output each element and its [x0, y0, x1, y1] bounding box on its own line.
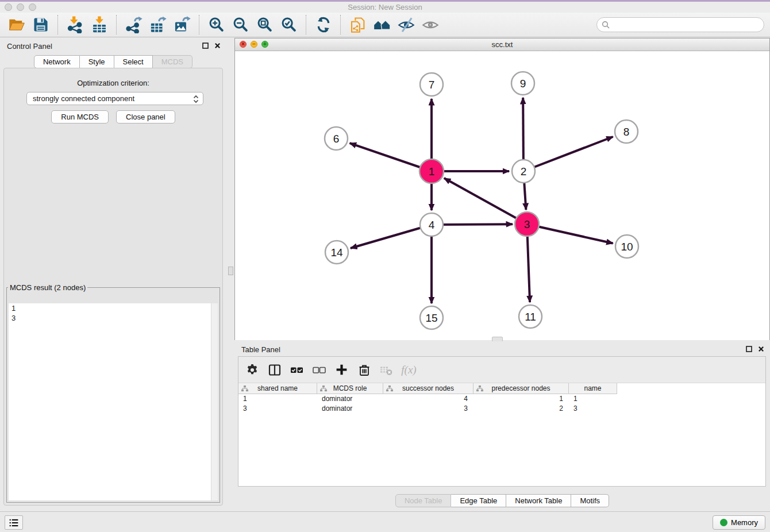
column-header-successor-nodes[interactable]: successor nodes: [383, 383, 473, 394]
result-scrollbar[interactable]: [211, 303, 218, 500]
cell-successor-nodes[interactable]: 3: [383, 404, 473, 414]
splitter-grip[interactable]: [228, 267, 233, 275]
cell-name[interactable]: 3: [569, 404, 617, 414]
zoom-out-button[interactable]: [230, 14, 251, 35]
network-canvas[interactable]: 1234678910111415: [235, 51, 769, 340]
graph-edge-3-1[interactable]: [444, 178, 527, 224]
attribute-tree-icon: [241, 385, 248, 392]
graph-node-3[interactable]: 3: [515, 212, 539, 236]
search-input[interactable]: [596, 17, 764, 32]
table-tab-node-table[interactable]: Node Table: [395, 494, 452, 507]
refresh-icon: [315, 16, 332, 33]
unchecked-boxes-icon: [312, 363, 326, 377]
zoom-selected-button[interactable]: [279, 14, 299, 35]
criterion-selected-value: strongly connected component: [33, 94, 134, 103]
task-history-button[interactable]: [5, 515, 23, 530]
split-panel-button[interactable]: [267, 362, 282, 377]
cell-shared-name[interactable]: 1: [238, 394, 317, 404]
float-table-panel-icon[interactable]: [746, 346, 752, 352]
add-column-button[interactable]: [334, 362, 349, 377]
houses-icon: [374, 16, 391, 33]
tab-network[interactable]: Network: [34, 55, 80, 68]
zoom-in-button[interactable]: [206, 14, 227, 35]
select-arrows-icon: [192, 95, 199, 103]
optimization-criterion-label: Optimization criterion:: [4, 79, 222, 87]
cell-predecessor-nodes[interactable]: 1: [473, 394, 569, 404]
graph-node-6[interactable]: 6: [325, 127, 348, 150]
table-row[interactable]: 3dominator323: [238, 404, 765, 414]
network-graph[interactable]: 1234678910111415: [235, 51, 769, 340]
cell-mcds-role[interactable]: dominator: [317, 394, 383, 404]
select-all-button[interactable]: [289, 362, 305, 377]
vertical-splitter[interactable]: [226, 38, 234, 511]
graph-node-8[interactable]: 8: [615, 120, 638, 143]
graph-node-label: 2: [521, 165, 527, 178]
delete-table-button: [379, 362, 394, 377]
graph-node-15[interactable]: 15: [420, 306, 443, 329]
graph-node-7[interactable]: 7: [420, 73, 443, 96]
close-panel-icon[interactable]: [214, 43, 221, 49]
table-header-row: shared nameMCDS rolesuccessor nodesprede…: [238, 383, 765, 394]
deselect-all-button[interactable]: [311, 362, 327, 377]
tab-mcds[interactable]: MCDS: [153, 55, 192, 68]
graph-node-2[interactable]: 2: [512, 160, 535, 183]
graph-node-11[interactable]: 11: [519, 305, 542, 328]
cell-successor-nodes[interactable]: 4: [383, 394, 473, 404]
graph-node-label: 15: [425, 312, 437, 324]
column-header-mcds-role[interactable]: MCDS role: [317, 383, 383, 394]
graph-edge-2-8[interactable]: [523, 137, 613, 171]
tab-style[interactable]: Style: [80, 55, 114, 68]
zoom-out-icon: [232, 16, 249, 33]
tab-select[interactable]: Select: [114, 55, 153, 68]
export-image-button[interactable]: [172, 14, 192, 35]
column-header-predecessor-nodes[interactable]: predecessor nodes: [473, 383, 569, 394]
cell-shared-name[interactable]: 3: [238, 404, 317, 414]
hide-selected-button[interactable]: [396, 14, 417, 35]
graph-node-label: 11: [525, 311, 536, 323]
export-network-button[interactable]: [124, 14, 144, 35]
column-header-shared-name[interactable]: shared name: [238, 383, 317, 394]
network-overview-button[interactable]: [372, 14, 392, 35]
delete-column-button[interactable]: [356, 362, 372, 377]
memory-button[interactable]: Memory: [713, 515, 765, 530]
cell-mcds-role[interactable]: dominator: [317, 404, 383, 414]
import-table-button[interactable]: [89, 14, 110, 35]
graph-edge-3-10[interactable]: [527, 224, 613, 244]
graph-edge-1-6[interactable]: [350, 143, 432, 171]
cell-name[interactable]: 1: [569, 394, 617, 404]
cell-predecessor-nodes[interactable]: 2: [473, 404, 569, 414]
mcds-result-group: MCDS result (2 nodes) 13: [6, 283, 220, 503]
table-row[interactable]: 1dominator411: [238, 394, 765, 404]
table-tab-motifs[interactable]: Motifs: [571, 494, 609, 507]
table-tab-edge-table[interactable]: Edge Table: [451, 494, 506, 507]
memory-status-dot: [720, 519, 727, 526]
export-table-button[interactable]: [148, 14, 168, 35]
table-tab-network-table[interactable]: Network Table: [506, 494, 571, 507]
column-header-name[interactable]: name: [569, 383, 617, 394]
share-document-button[interactable]: [348, 14, 368, 35]
toolbar-separator: [116, 15, 117, 34]
graph-edge-4-14[interactable]: [351, 225, 432, 248]
graph-node-10[interactable]: 10: [615, 235, 638, 258]
save-session-button[interactable]: [30, 14, 51, 35]
criterion-select[interactable]: strongly connected component: [26, 92, 203, 105]
float-panel-icon[interactable]: [202, 43, 209, 49]
close-panel-button[interactable]: Close panel: [116, 110, 175, 124]
toolbar-separator: [199, 15, 200, 34]
graph-node-9[interactable]: 9: [511, 72, 534, 95]
refresh-layout-button[interactable]: [313, 14, 334, 35]
mcds-panel: Optimization criterion: strongly connect…: [3, 68, 223, 506]
zoom-fit-button[interactable]: [255, 14, 275, 35]
table-panel-title: Table Panel: [241, 345, 280, 354]
run-mcds-button[interactable]: Run MCDS: [51, 110, 109, 124]
close-table-panel-icon[interactable]: [758, 346, 764, 352]
toolbar-separator: [306, 15, 307, 34]
import-network-button[interactable]: [65, 14, 86, 35]
table-settings-button[interactable]: [244, 362, 260, 377]
graph-node-14[interactable]: 14: [325, 241, 348, 264]
graph-node-1[interactable]: 1: [419, 159, 444, 183]
show-all-button[interactable]: [420, 14, 441, 35]
open-folder-icon: [8, 16, 25, 33]
open-file-button[interactable]: [6, 14, 27, 35]
graph-node-4[interactable]: 4: [420, 213, 443, 236]
